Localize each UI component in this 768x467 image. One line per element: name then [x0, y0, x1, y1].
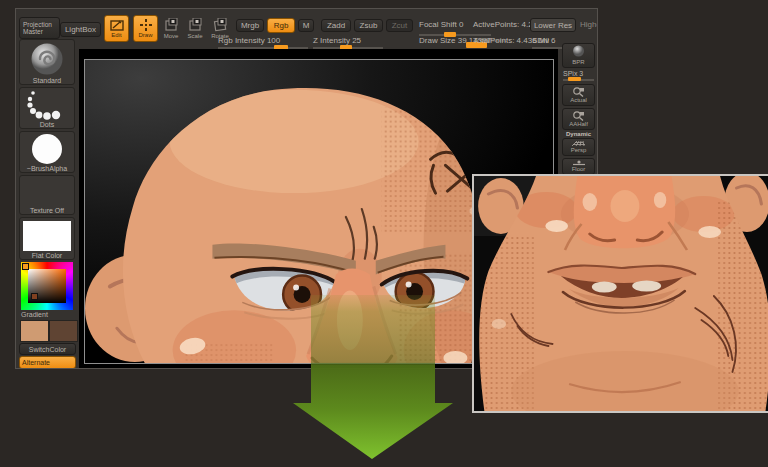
inset-chin-render [474, 176, 768, 411]
rotate-icon [213, 18, 228, 32]
brush-alpha-icon [32, 134, 62, 164]
zsub-toggle[interactable]: Zsub [354, 19, 383, 32]
persp-grid-icon [571, 140, 587, 147]
main-color-swatch[interactable] [20, 320, 49, 342]
switch-color-button[interactable]: SwitchColor [19, 343, 76, 355]
edit-button[interactable]: Edit [104, 15, 129, 42]
sv-marker[interactable] [31, 293, 38, 300]
dynamic-persp-label[interactable]: Dynamic [566, 131, 591, 137]
spix-handle[interactable] [568, 77, 581, 81]
lightbox-button[interactable]: LightBox [60, 22, 101, 37]
secondary-color-swatch[interactable] [49, 320, 78, 342]
current-color-tile[interactable]: Flat Color [19, 217, 75, 260]
texture-label: Texture Off [30, 207, 64, 214]
zcut-toggle[interactable]: Zcut [386, 19, 413, 32]
zoom-inset-panel [472, 174, 768, 413]
aahalf-button[interactable]: AAHalf [562, 108, 595, 130]
higher-res-button[interactable]: Higher Res [580, 20, 598, 29]
current-brush-tile[interactable]: Standard [19, 39, 75, 85]
brush-label: Standard [33, 77, 61, 84]
projection-master-button[interactable]: Projection Master [19, 17, 60, 39]
rgb-toggle[interactable]: Rgb [267, 18, 295, 33]
arrow-shape [293, 295, 453, 459]
scale-icon [188, 18, 203, 32]
dots-stroke-icon [25, 90, 69, 120]
current-stroke-tile[interactable]: Dots [19, 87, 75, 129]
spix-slider-label: SPix 3 [563, 70, 583, 77]
persp-button[interactable]: Persp [562, 138, 595, 156]
flat-color-label: Flat Color [32, 252, 62, 259]
desktop: { "toolbar": { "projection_master": "Pro… [0, 0, 768, 467]
draw-button[interactable]: Draw [133, 15, 158, 42]
z-intensity-slider-label: Z Intensity 25 [313, 36, 361, 45]
bpr-sphere-icon [571, 45, 586, 59]
flat-color-swatch [23, 221, 71, 251]
color-picker[interactable] [21, 262, 73, 310]
scale-button[interactable]: Scale [184, 18, 206, 39]
edit-pencil-icon [110, 19, 124, 31]
current-alpha-tile[interactable]: ~BrushAlpha [19, 131, 75, 173]
move-icon [164, 18, 179, 32]
focal-shift-slider-label: Focal Shift 0 [419, 20, 463, 29]
alpha-label: ~BrushAlpha [27, 165, 67, 172]
down-arrow-annotation [288, 295, 460, 467]
bpr-button[interactable]: BPR [562, 43, 595, 68]
gradient-label[interactable]: Gradient [21, 311, 48, 318]
standard-brush-icon [30, 42, 64, 76]
sdiv-slider-label: SDiv 6 [532, 36, 556, 45]
hue-marker[interactable] [22, 263, 29, 270]
actual-button[interactable]: Actual [562, 84, 595, 106]
actual-magnifier-icon [572, 87, 585, 97]
aahalf-magnifier-icon [572, 111, 585, 121]
current-texture-tile[interactable]: Texture Off [19, 175, 75, 215]
floor-button[interactable]: Floor [562, 158, 595, 175]
zadd-toggle[interactable]: Zadd [321, 19, 351, 32]
stroke-label: Dots [40, 121, 54, 128]
mrgb-toggle[interactable]: Mrgb [236, 19, 264, 32]
draw-pointer-icon [139, 19, 153, 31]
rgb-intensity-slider-label: Rgb Intensity 100 [218, 36, 280, 45]
m-toggle[interactable]: M [298, 19, 314, 32]
lower-res-button[interactable]: Lower Res [530, 18, 576, 32]
move-button[interactable]: Move [160, 18, 182, 39]
alternate-button[interactable]: Alternate [19, 356, 76, 369]
